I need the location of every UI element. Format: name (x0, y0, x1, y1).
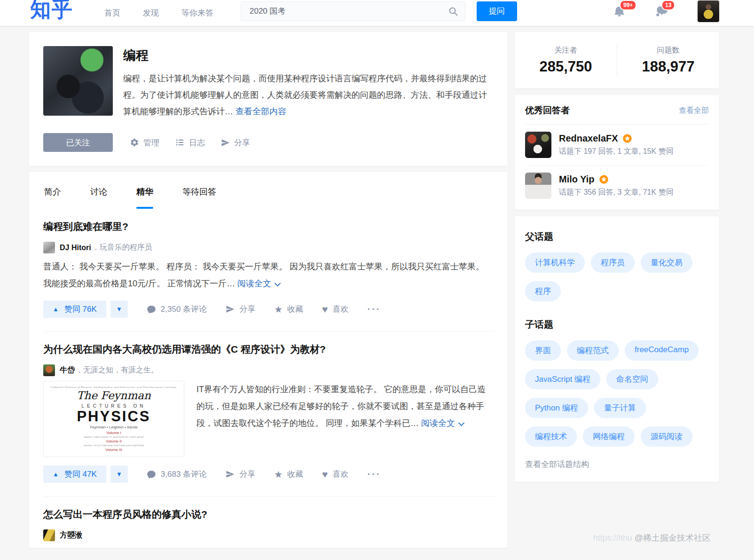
read-more-link[interactable]: 阅读全文 (237, 279, 281, 288)
excellent-answerer-badge-icon (622, 134, 632, 143)
author-avatar[interactable] (43, 364, 55, 376)
answerer-name[interactable]: RednaxelaFX (559, 133, 618, 144)
answerer-name[interactable]: Milo Yip (559, 174, 595, 185)
comment-bubble-icon (147, 470, 156, 479)
main-column: 编程 编程，是让计算机为解决某个问题，而使用某种程序设计语言编写程序代码，并最终… (29, 32, 508, 548)
see-all-content-link[interactable]: 查看全部内容 (236, 107, 286, 116)
child-topics-title: 子话题 (525, 318, 709, 331)
followers-label: 关注者 (515, 46, 617, 55)
author-name[interactable]: DJ Hitori (60, 244, 91, 252)
topic-tag[interactable]: Python 编程 (525, 398, 588, 418)
followers-count: 285,750 (515, 58, 617, 75)
notifications-button[interactable]: 99+ (613, 5, 626, 17)
topic-tag[interactable]: 量子计算 (594, 398, 646, 418)
answer-excerpt: IT界有个万人皆知的行业准则：不要重复造轮子。 它的意思是，你可以自己造的玩，但… (196, 381, 494, 457)
comments-button[interactable]: 3,683 条评论 (147, 469, 207, 480)
nav-item-discover[interactable]: 发现 (143, 8, 159, 18)
answerer-avatar[interactable] (525, 173, 551, 199)
topic-tag[interactable]: 编程技术 (525, 426, 577, 447)
feed-item-2: 为什么现在国内各大高校仍选用谭浩强的《C 程序设计》为教材? 牛岱 ，无涯之知，… (29, 331, 508, 483)
topic-tag[interactable]: JavaScript 编程 (525, 369, 600, 389)
page-content: 编程 编程，是让计算机为解决某个问题，而使用某种程序设计语言编写程序代码，并最终… (0, 26, 754, 548)
upvote-button[interactable]: ▲ 赞同 76K (43, 300, 106, 318)
topic-tag[interactable]: 量化交易 (641, 252, 692, 273)
manage-button[interactable]: 管理 (130, 137, 159, 148)
upvote-triangle-icon: ▲ (53, 306, 59, 313)
tab-waiting[interactable]: 等待回答 (182, 172, 216, 209)
topic-tag[interactable]: 命名空间 (606, 369, 658, 389)
parent-topics-list: 计算机科学 程序员 量化交易 程序 (525, 252, 709, 310)
log-button[interactable]: 日志 (175, 137, 205, 148)
share-button[interactable]: 分享 (226, 304, 255, 315)
tab-discussion[interactable]: 讨论 (90, 172, 107, 209)
zhihu-logo[interactable]: 知乎 (30, 0, 73, 24)
heart-icon: ♥ (322, 304, 328, 315)
navbar-right: 99+ 13 (613, 2, 719, 24)
message-badge: 13 (661, 0, 675, 10)
comment-bubble-icon (147, 305, 156, 314)
topic-tag[interactable]: 计算机科学 (525, 252, 585, 273)
share-topic-button[interactable]: 分享 (221, 137, 250, 148)
topic-tag[interactable]: 程序 (525, 281, 561, 301)
following-button[interactable]: 已关注 (43, 133, 113, 152)
downvote-triangle-icon: ▼ (116, 306, 122, 313)
author-name[interactable]: 牛岱 (60, 365, 75, 375)
answerer-row: Milo Yip 话题下 356 回答, 3 文章, 71K 赞同 (525, 165, 709, 206)
ask-question-button[interactable]: 提问 (477, 1, 517, 21)
upvote-button[interactable]: ▲ 赞同 47K (43, 465, 106, 483)
comments-button[interactable]: 2,350 条评论 (147, 304, 207, 315)
topic-tag[interactable]: 源码阅读 (641, 426, 692, 447)
favorite-button[interactable]: ★ 收藏 (274, 304, 303, 315)
question-title[interactable]: 编程到底难在哪里? (43, 220, 494, 233)
feed-item-3: 怎么写出一本程序员风格的修真小说? 方曌浟 (29, 497, 508, 541)
see-topic-structure-link[interactable]: 查看全部话题结构 (525, 459, 709, 470)
nav-item-answer[interactable]: 等你来答 (181, 8, 213, 18)
related-topics-card: 父话题 计算机科学 程序员 量化交易 程序 子话题 界面 编程范式 freeCo… (515, 216, 719, 482)
share-button[interactable]: 分享 (226, 469, 255, 480)
notification-badge: 99+ (620, 0, 636, 10)
tab-highlights[interactable]: 精华 (136, 172, 153, 209)
answerer-avatar[interactable] (525, 132, 551, 158)
more-options-button[interactable]: ··· (368, 304, 381, 315)
topic-tag[interactable]: 程序员 (591, 252, 635, 273)
author-avatar[interactable] (43, 242, 55, 253)
tab-intro[interactable]: 简介 (44, 172, 61, 209)
search-box[interactable] (241, 1, 465, 21)
answerer-meta: 话题下 197 回答, 1 文章, 15K 赞同 (559, 147, 674, 157)
topic-tag[interactable]: 界面 (525, 340, 561, 361)
heart-icon: ♥ (322, 469, 328, 480)
topic-tag[interactable]: 网络编程 (583, 426, 635, 447)
topic-stats-card: 关注者 285,750 问题数 188,977 (515, 32, 719, 88)
answer-thumbnail-image[interactable]: Caltech's Division of Physics, Mathemati… (43, 381, 184, 457)
topic-tag[interactable]: freeCodeCamp (625, 340, 699, 361)
parent-topics-title: 父话题 (525, 230, 709, 243)
more-options-button[interactable]: ··· (368, 469, 381, 480)
author-avatar[interactable] (43, 529, 55, 541)
main-nav: 首页 发现 等你来答 (104, 8, 213, 18)
share-plane-icon (226, 305, 235, 314)
nav-item-home[interactable]: 首页 (104, 8, 120, 18)
see-all-answerers-link[interactable]: 查看全部 (679, 106, 709, 116)
share-plane-icon (226, 470, 235, 479)
feed-card: 简介 讨论 精华 等待回答 编程到底难在哪里? DJ Hitori ，玩音乐的程… (29, 172, 508, 548)
search-input[interactable] (250, 7, 448, 16)
search-icon[interactable] (448, 6, 458, 16)
like-button[interactable]: ♥ 喜欢 (322, 304, 348, 315)
read-more-link[interactable]: 阅读全文 (421, 418, 465, 428)
author-name[interactable]: 方曌浟 (60, 530, 82, 540)
topic-tabs: 简介 讨论 精华 等待回答 (29, 172, 508, 209)
like-button[interactable]: ♥ 喜欢 (322, 469, 348, 480)
user-avatar[interactable] (698, 0, 719, 22)
followers-stat[interactable]: 关注者 285,750 (515, 46, 617, 75)
star-icon: ★ (274, 469, 283, 480)
downvote-button[interactable]: ▼ (110, 300, 128, 318)
topic-avatar-image[interactable] (43, 46, 113, 116)
topic-tag[interactable]: 编程范式 (567, 340, 619, 361)
answerers-title: 优秀回答者 (525, 104, 570, 117)
question-title[interactable]: 为什么现在国内各大高校仍选用谭浩强的《C 程序设计》为教材? (43, 343, 494, 356)
questions-stat[interactable]: 问题数 188,977 (617, 46, 719, 75)
downvote-button[interactable]: ▼ (110, 465, 128, 483)
question-title[interactable]: 怎么写出一本程序员风格的修真小说? (43, 508, 494, 521)
messages-button[interactable]: 13 (655, 5, 668, 17)
favorite-button[interactable]: ★ 收藏 (274, 469, 303, 480)
